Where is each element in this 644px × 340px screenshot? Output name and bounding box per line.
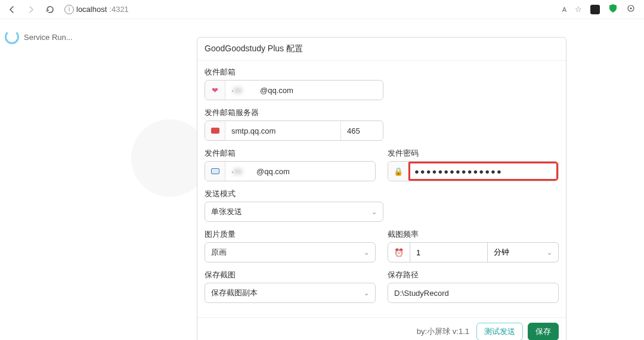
card-body: 收件邮箱 ❤ · 89 @qq.com 发件邮箱服务器: [197, 61, 566, 317]
config-card: GoodGoodstudy Plus 配置 收件邮箱 ❤ · 89 @qq.co…: [197, 37, 566, 340]
settings-icon[interactable]: [626, 4, 636, 15]
input-smtp[interactable]: [205, 120, 383, 141]
select-img-quality[interactable]: 原画 ⌄: [205, 242, 376, 262]
clock-icon: ⏰: [388, 242, 410, 262]
field-send-pwd: 发件密码 🔒: [388, 148, 559, 181]
mail-icon: [205, 121, 225, 140]
field-shot-freq: 截图频率 ⏰ 分钟 ⌄: [388, 229, 559, 262]
send-mail-hidden: 89: [234, 167, 242, 176]
recv-mail-hidden: 89: [234, 86, 242, 95]
chevron-down-icon: ⌄: [364, 289, 369, 297]
field-save-shot: 保存截图 保存截图副本 ⌄: [205, 270, 376, 303]
field-send-mode: 发送模式 单张发送 ⌄: [205, 188, 559, 222]
select-shot-unit[interactable]: 分钟 ⌄: [488, 242, 559, 262]
label-send-mail: 发件邮箱: [205, 148, 376, 159]
field-recv-mail: 收件邮箱 ❤ · 89 @qq.com: [205, 67, 559, 100]
recv-mail-suffix: @qq.com: [260, 86, 293, 95]
card-footer: by:小屏球 v:1.1 测试发送 保存: [197, 317, 566, 340]
select-send-mode[interactable]: 单张发送 ⌄: [205, 202, 383, 222]
input-shot-freq[interactable]: ⏰ 分钟 ⌄: [388, 242, 559, 262]
input-send-mail[interactable]: · 89 @qq.com: [205, 161, 376, 181]
smtp-host-input[interactable]: [225, 121, 340, 140]
label-shot-freq: 截图频率: [388, 229, 559, 240]
camera-icon: [205, 162, 225, 181]
toolbar-right: A ☆: [562, 4, 639, 15]
read-aloud-icon[interactable]: A: [562, 6, 566, 13]
save-shot-value: 保存截图副本: [211, 288, 258, 298]
label-save-path: 保存路径: [388, 270, 559, 280]
address-bar[interactable]: i localhost:4321: [64, 5, 129, 14]
field-send-mail: 发件邮箱 · 89 @qq.com: [205, 148, 376, 181]
label-recv-mail: 收件邮箱: [205, 67, 559, 78]
label-send-mode: 发送模式: [205, 188, 559, 199]
forward-button[interactable]: [24, 2, 38, 17]
send-mail-suffix: @qq.com: [256, 167, 290, 176]
browser-toolbar: i localhost:4321 A ☆: [0, 0, 644, 19]
label-send-pwd: 发件密码: [388, 148, 559, 159]
back-button[interactable]: [5, 2, 19, 17]
lock-icon: 🔒: [388, 162, 408, 181]
loading-spinner-icon: [5, 30, 19, 44]
field-save-path: 保存路径: [388, 270, 559, 303]
input-send-pwd[interactable]: 🔒: [388, 161, 559, 181]
chevron-down-icon: ⌄: [371, 208, 377, 216]
send-mode-value: 单张发送: [211, 206, 242, 217]
extension-icon[interactable]: [590, 5, 600, 14]
label-save-shot: 保存截图: [205, 270, 376, 280]
tab-title: Service Run...: [24, 33, 73, 42]
adblock-icon[interactable]: [608, 4, 618, 15]
chevron-down-icon: ⌄: [364, 249, 369, 256]
test-send-button[interactable]: 测试发送: [476, 323, 523, 340]
address-host: localhost: [76, 5, 107, 14]
shot-unit-value: 分钟: [494, 247, 509, 258]
select-save-shot[interactable]: 保存截图副本 ⌄: [205, 283, 376, 303]
footer-credit: by:小屏球 v:1.1: [417, 326, 469, 337]
smtp-port-input[interactable]: [341, 121, 383, 140]
favorite-icon[interactable]: ☆: [575, 5, 582, 14]
svg-point-1: [630, 7, 631, 9]
save-path-input[interactable]: [388, 283, 559, 303]
chevron-down-icon: ⌄: [547, 249, 552, 256]
shot-value-input[interactable]: [410, 242, 488, 262]
field-img-quality: 图片质量 原画 ⌄: [205, 229, 376, 262]
field-smtp: 发件邮箱服务器: [205, 107, 559, 141]
input-recv-mail[interactable]: ❤ · 89 @qq.com: [205, 80, 383, 100]
label-smtp: 发件邮箱服务器: [205, 107, 559, 118]
card-title: GoodGoodstudy Plus 配置: [197, 38, 566, 61]
img-quality-value: 原画: [211, 247, 227, 258]
send-pwd-input[interactable]: [408, 162, 558, 181]
site-info-icon[interactable]: i: [64, 5, 74, 14]
label-img-quality: 图片质量: [205, 229, 376, 240]
address-port: :4321: [109, 5, 129, 14]
heart-icon: ❤: [205, 81, 225, 100]
refresh-button[interactable]: [43, 2, 57, 17]
save-button[interactable]: 保存: [528, 323, 559, 340]
